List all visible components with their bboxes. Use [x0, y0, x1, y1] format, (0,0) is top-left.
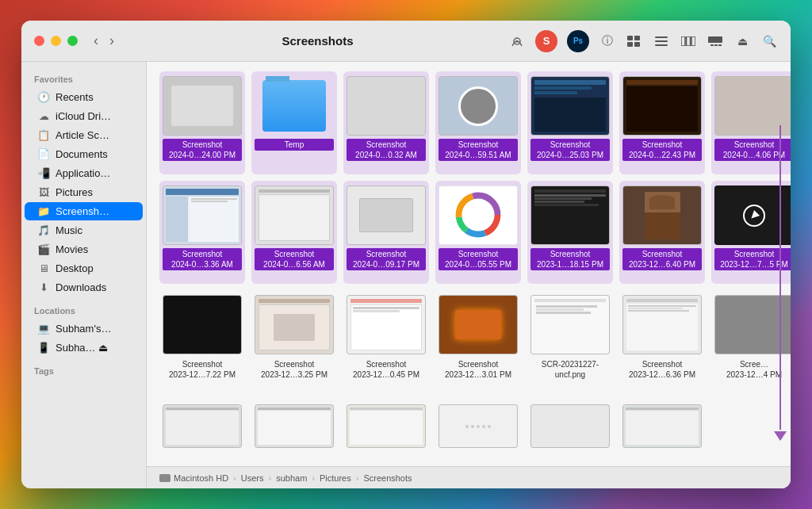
breadcrumb-label: subham	[276, 473, 307, 483]
file-item[interactable]	[251, 400, 337, 463]
breadcrumb-macintosh[interactable]: Macintosh HD	[159, 473, 228, 483]
breadcrumb-label: Users	[241, 473, 264, 483]
file-name: Screenshot2023-12…7.22 PM	[169, 359, 236, 380]
movies-icon: 🎬	[37, 243, 50, 255]
sidebar-item-label: Recents	[56, 91, 94, 103]
sidebar-item-label: Article Sc…	[56, 129, 109, 141]
file-item[interactable]: Screenshot2023-1…18.15 PM	[527, 181, 613, 284]
svg-rect-14	[714, 44, 718, 46]
file-name: Screenshot2023-12…6.36 PM	[629, 359, 695, 380]
svg-rect-5	[634, 42, 640, 47]
sidebar-item-downloads[interactable]: ⬇ Downloads	[25, 278, 143, 297]
info-icon[interactable]: ⓘ	[599, 33, 616, 50]
file-item[interactable]: Screenshot2023-12…7…5 PM	[711, 181, 791, 284]
list-view-icon[interactable]	[653, 33, 670, 50]
file-name: Screenshot2024-0…25.03 PM	[530, 139, 610, 161]
file-item[interactable]: Screenshot2024-0…05.55 PM	[435, 181, 521, 284]
file-item[interactable]: Screenshot2024-0…3.36 AM	[159, 181, 245, 284]
breadcrumb-users[interactable]: Users	[241, 473, 264, 483]
sidebar-item-article[interactable]: 📋 Article Sc…	[25, 126, 143, 144]
sidebar-item-screenshots[interactable]: 📁 Screensh…	[25, 202, 143, 220]
breadcrumb-pictures[interactable]: Pictures	[320, 473, 351, 483]
file-item[interactable]: Screenshot2023-12…6.36 PM	[619, 290, 705, 393]
sidebar-item-label: Pictures	[56, 186, 93, 198]
file-item[interactable]: Screenshot2023-12…3.25 PM	[251, 290, 337, 393]
maximize-button[interactable]	[67, 36, 78, 46]
sidebar-item-label: Screensh…	[56, 205, 109, 217]
icloud-icon: ☁	[37, 110, 50, 122]
close-button[interactable]	[34, 36, 44, 46]
sidebar-item-macintosh[interactable]: 💻 Subham's…	[25, 320, 143, 338]
sidebar-item-recents[interactable]: 🕐 Recents	[25, 88, 143, 106]
file-item[interactable]: Screenshot2023-12…0.45 PM	[343, 290, 429, 393]
file-item[interactable]	[343, 400, 429, 463]
file-name: Screenshot2024-0…05.55 PM	[439, 248, 518, 270]
sidebar-item-subha[interactable]: 📱 Subha… ⏏	[25, 339, 143, 357]
file-item[interactable]: Screenshot2024-0…22.43 PM	[619, 71, 705, 174]
svg-point-1	[516, 40, 519, 42]
toolbar: S Ps ⓘ	[508, 30, 778, 52]
sidebar-item-music[interactable]: 🎵 Music	[25, 221, 143, 239]
breadcrumb-label: Screenshots	[363, 473, 412, 483]
sidebar-item-pictures[interactable]: 🖼 Pictures	[25, 183, 143, 201]
file-area: Screenshot2024-0…24.00 PM Temp	[147, 62, 791, 488]
sidebar-item-desktop[interactable]: 🖥 Desktop	[25, 259, 143, 277]
file-item[interactable]	[619, 400, 705, 463]
breadcrumb-screenshots[interactable]: Screenshots	[363, 473, 412, 483]
gallery-view-icon[interactable]	[707, 33, 724, 50]
file-item[interactable]	[159, 400, 245, 463]
sidebar-item-documents[interactable]: 📄 Documents	[25, 145, 143, 163]
file-item[interactable]: Screenshot2024-0…4.06 PM	[711, 71, 791, 174]
file-item[interactable]: Screenshot2024-0…09.17 PM	[343, 181, 429, 284]
file-item[interactable]: Screenshot2024-0…24.00 PM	[159, 71, 245, 174]
file-name: Screenshot2024-0…6.56 AM	[255, 248, 334, 270]
file-name: Temp	[255, 139, 334, 151]
sidebar-item-label: iCloud Dri…	[56, 110, 111, 122]
file-name: Screenshot2023-12…6.40 PM	[622, 248, 702, 270]
search-icon[interactable]: 🔍	[760, 33, 778, 50]
tags-label: Tags	[21, 363, 146, 379]
sidebar-item-applications[interactable]: 📲 Applicatio…	[25, 164, 143, 182]
svg-rect-4	[627, 42, 633, 47]
back-button[interactable]: ‹	[90, 31, 102, 51]
sidebar-item-icloud[interactable]: ☁ iCloud Dri…	[25, 107, 143, 125]
forward-button[interactable]: ›	[106, 31, 117, 51]
columns-view-icon[interactable]	[680, 33, 697, 50]
airdrop-icon[interactable]	[508, 33, 526, 50]
file-item[interactable]: Screenshot2023-12…3.01 PM	[435, 290, 521, 393]
file-item[interactable]: Screenshot2024-0…25.03 PM	[527, 71, 613, 174]
breadcrumb-label: Macintosh HD	[174, 473, 228, 483]
downloads-icon: ⬇	[37, 281, 50, 293]
ps-app-icon[interactable]: Ps	[567, 30, 589, 52]
locations-label: Locations	[21, 303, 146, 319]
file-name: Screenshot2024-0…24.00 PM	[163, 139, 242, 161]
file-item[interactable]: Screenshot2023-12…6.40 PM	[619, 181, 705, 284]
sidebar-item-label: Documents	[56, 148, 108, 160]
title-bar: ‹ › Screenshots S Ps ⓘ	[21, 21, 791, 62]
grid-view-icon[interactable]	[626, 33, 643, 50]
file-item[interactable]	[527, 400, 613, 463]
file-item[interactable]: Scree…2023-12…4 PM	[711, 290, 791, 393]
applications-icon: 📲	[37, 167, 50, 179]
file-item[interactable]: Screenshot2023-12…7.22 PM	[159, 290, 245, 393]
sidebar-item-movies[interactable]: 🎬 Movies	[25, 240, 143, 258]
sidebar: Favorites 🕐 Recents ☁ iCloud Dri… 📋 Arti…	[21, 62, 147, 488]
s-app-icon[interactable]: S	[535, 30, 557, 52]
file-item[interactable]	[435, 400, 521, 463]
nav-arrows: ‹ ›	[90, 31, 117, 51]
minimize-button[interactable]	[51, 36, 61, 46]
file-item-folder[interactable]: Temp	[251, 71, 337, 174]
file-item[interactable]: Screenshot2024-0…59.51 AM	[435, 71, 521, 174]
breadcrumb-separator: ›	[312, 473, 315, 483]
breadcrumb-bar: Macintosh HD › Users › subham › Pictures…	[147, 466, 791, 488]
file-name: Screenshot2024-0…3.36 AM	[163, 248, 242, 270]
file-item[interactable]: Screenshot2024-0…0.32 AM	[343, 71, 429, 174]
breadcrumb-subham[interactable]: subham	[276, 473, 307, 483]
desktop-icon: 🖥	[37, 262, 50, 274]
eject-icon[interactable]: ⏏	[733, 33, 751, 50]
svg-rect-10	[687, 36, 691, 46]
svg-rect-12	[708, 36, 722, 43]
file-item[interactable]: Screenshot2024-0…6.56 AM	[251, 181, 337, 284]
sidebar-item-label: Music	[56, 224, 82, 236]
file-item-png[interactable]: SCR-20231227-uncf.png	[527, 290, 613, 393]
